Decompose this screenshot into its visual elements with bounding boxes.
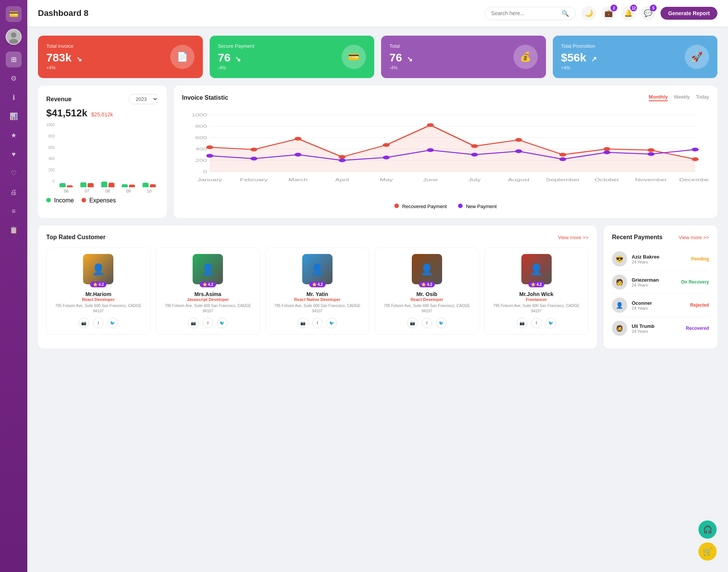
facebook-icon[interactable]: f <box>312 318 323 328</box>
twitter-icon[interactable]: 🐦 <box>326 318 337 328</box>
stat-icon-payment: 💳 <box>342 45 366 69</box>
legend-income: Income <box>46 197 74 204</box>
wallet-button[interactable]: 💼 2 <box>601 6 616 20</box>
customer-socials: 📷 f 🐦 <box>160 318 256 328</box>
svg-point-35 <box>559 157 566 161</box>
bell-button[interactable]: 🔔 12 <box>621 6 635 20</box>
bar-chart-wrapper: 1000 800 600 400 200 0 0607080910 <box>46 123 158 193</box>
tab-monthly[interactable]: Monthly <box>649 94 668 101</box>
svg-point-36 <box>604 150 610 154</box>
payment-age: 24 Years <box>632 329 681 334</box>
stat-value-invoice: 783k ↘ <box>46 51 82 64</box>
bar-group <box>119 184 138 187</box>
theme-toggle-button[interactable]: 🌙 <box>582 6 596 20</box>
generate-report-button[interactable]: Generate Report <box>661 7 717 20</box>
sidebar-avatar[interactable] <box>6 29 22 45</box>
facebook-icon[interactable]: f <box>531 318 542 328</box>
sidebar-item-print[interactable]: 🖨 <box>6 184 22 200</box>
rating-badge: ⭐ 4.2 <box>419 282 435 287</box>
content-area: Total invoice 783k ↘ +4% 📄 Secure Paymen… <box>27 27 728 572</box>
customer-name: Mr. Yatin <box>270 291 366 297</box>
facebook-icon[interactable]: f <box>422 318 432 328</box>
legend-income-label: Income <box>54 197 74 204</box>
tab-today[interactable]: Today <box>696 94 709 101</box>
instagram-icon[interactable]: 📷 <box>407 318 418 328</box>
twitter-icon[interactable]: 🐦 <box>217 318 228 328</box>
income-bar <box>80 182 86 188</box>
revenue-title: Revenue <box>46 96 72 103</box>
search-box[interactable]: 🔍 <box>485 7 576 20</box>
instagram-icon[interactable]: 📷 <box>517 318 527 328</box>
stat-card-promotion: Total Promotion $56k ↗ +4% 🚀 <box>553 36 718 78</box>
sidebar-item-dashboard[interactable]: ⊞ <box>6 52 22 67</box>
bar-group <box>57 183 75 187</box>
facebook-icon[interactable]: f <box>202 318 213 328</box>
twitter-icon[interactable]: 🐦 <box>107 318 118 328</box>
instagram-icon[interactable]: 📷 <box>298 318 308 328</box>
payment-name: Uli Trumb <box>632 323 681 329</box>
legend-recovered-label: Recovered Payment <box>402 204 447 209</box>
instagram-icon[interactable]: 📷 <box>78 318 89 328</box>
svg-point-23 <box>559 153 566 157</box>
expense-bar <box>129 185 135 187</box>
customers-view-more[interactable]: View more >> <box>558 235 588 240</box>
support-button[interactable]: 🎧 <box>698 520 717 539</box>
payments-title: Recent Payments <box>612 234 662 241</box>
customer-socials: 📷 f 🐦 <box>488 318 584 328</box>
svg-point-15 <box>206 146 213 149</box>
chat-button[interactable]: 💬 5 <box>641 6 655 20</box>
payments-header: Recent Payments View more >> <box>612 234 709 241</box>
payments-list: 😎 Aziz Bakree 24 Years Pending 🧑 Griezer… <box>612 248 709 340</box>
twitter-icon[interactable]: 🐦 <box>546 318 556 328</box>
svg-point-21 <box>471 144 478 148</box>
search-input[interactable] <box>491 10 559 16</box>
stat-icon-promotion: 🚀 <box>685 45 709 69</box>
payment-age: 24 Years <box>632 306 686 310</box>
customer-card: 👤 ⭐ 4.2 Mr. Yatin React Native Developer… <box>265 248 370 335</box>
stat-card-invoice: Total invoice 783k ↘ +4% 📄 <box>38 36 203 78</box>
customer-avatar: 👤 ⭐ 4.2 <box>193 254 223 284</box>
payment-info: Uli Trumb 24 Years <box>632 323 681 334</box>
payment-avatar: 🧔 <box>612 321 627 336</box>
page-title: Dashboard 8 <box>38 8 479 18</box>
sidebar-item-analytics[interactable]: 📊 <box>6 108 22 124</box>
sidebar-item-settings[interactable]: ⚙ <box>6 71 22 86</box>
customer-card: 👤 ⭐ 4.2 Mrs.Asima Javascript Developer 7… <box>156 248 260 335</box>
stat-label-total: Total <box>389 43 413 49</box>
customer-card: 👤 ⭐ 4.2 Mr. Osib React Developer 795 Fol… <box>375 248 479 335</box>
payments-view-more[interactable]: View more >> <box>679 235 709 240</box>
wallet-badge: 2 <box>610 5 617 11</box>
sidebar-item-favorites[interactable]: ★ <box>6 127 22 143</box>
sidebar-logo[interactable]: 💳 <box>6 6 22 22</box>
bar-group <box>78 182 96 188</box>
twitter-icon[interactable]: 🐦 <box>436 318 447 328</box>
svg-text:0: 0 <box>203 170 207 174</box>
year-select[interactable]: 202320222021 <box>129 94 158 104</box>
sidebar-item-reports[interactable]: 📋 <box>6 222 22 238</box>
rating-badge: ⭐ 4.2 <box>309 282 326 287</box>
revenue-amount: $41,512k <box>46 107 87 119</box>
bar-labels: 0607080910 <box>57 189 158 193</box>
svg-point-22 <box>515 138 522 142</box>
svg-text:March: March <box>289 178 308 182</box>
sidebar-item-info[interactable]: ℹ <box>6 89 22 105</box>
stat-change-total: -4% <box>389 65 413 71</box>
stat-cards-grid: Total invoice 783k ↘ +4% 📄 Secure Paymen… <box>38 36 717 78</box>
sidebar: 💳 ⊞ ⚙ ℹ 📊 ★ ♥ ♡ 🖨 ≡ 📋 <box>0 0 27 572</box>
sidebar-item-likes[interactable]: ♥ <box>6 146 22 162</box>
sidebar-item-menu[interactable]: ≡ <box>6 203 22 219</box>
instagram-icon[interactable]: 📷 <box>188 318 199 328</box>
cart-button[interactable]: 🛒 <box>698 542 717 561</box>
main-content: Dashboard 8 🔍 🌙 💼 2 🔔 12 💬 5 Generate Re… <box>27 0 728 572</box>
sidebar-item-saved[interactable]: ♡ <box>6 165 22 181</box>
payment-item: 😎 Aziz Bakree 24 Years Pending <box>612 248 709 271</box>
customer-socials: 📷 f 🐦 <box>50 318 146 328</box>
svg-point-25 <box>648 148 654 152</box>
svg-point-18 <box>339 155 345 159</box>
tab-weekly[interactable]: Weekly <box>674 94 690 101</box>
customer-card: 👤 ⭐ 4.2 Mr.Hariom React Developer 795 Fo… <box>46 248 151 335</box>
facebook-icon[interactable]: f <box>93 318 104 328</box>
payment-item: 🧔 Uli Trumb 24 Years Recovered <box>612 317 709 340</box>
expenses-dot <box>82 198 86 202</box>
bar-group <box>140 183 158 187</box>
